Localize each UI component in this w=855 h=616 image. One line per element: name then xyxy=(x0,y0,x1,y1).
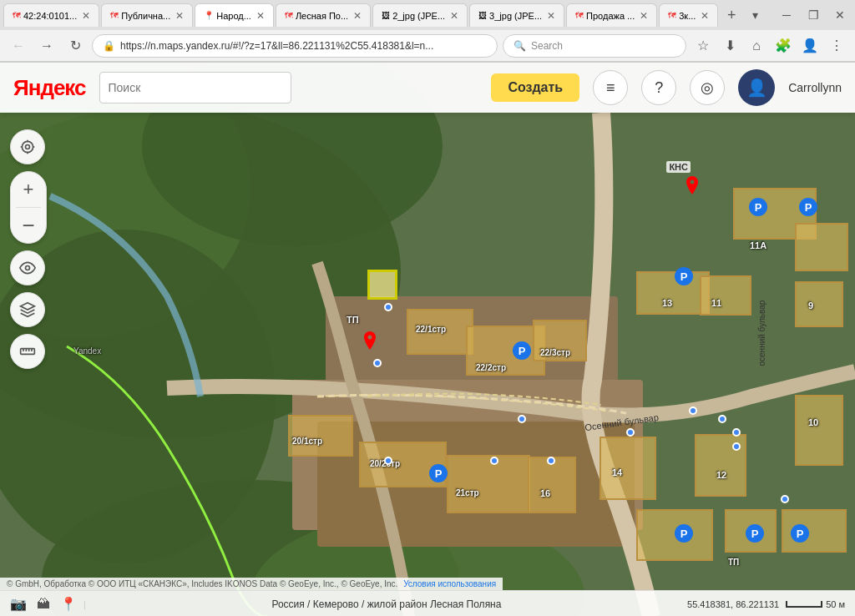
profile-button[interactable]: 👤 xyxy=(798,34,822,58)
map-bottom-bar: 📷 🏔 📍 | Россия / Кемерово / жилой район … xyxy=(0,590,855,616)
location-pin-icon[interactable]: 📍 xyxy=(60,596,77,612)
map-pin-1[interactable] xyxy=(362,331,377,353)
extensions-button[interactable]: 🧩 xyxy=(772,34,795,58)
building-20-1[interactable] xyxy=(288,415,353,457)
zoom-out-button[interactable]: − xyxy=(11,208,46,243)
parking-8[interactable]: P xyxy=(675,524,693,543)
download-button[interactable]: ⬇ xyxy=(718,34,741,58)
tab-close-6[interactable]: ✕ xyxy=(547,10,555,22)
parking-1[interactable]: P xyxy=(429,464,448,482)
menu-button[interactable]: ⋮ xyxy=(825,34,848,58)
parking-2[interactable]: P xyxy=(513,341,531,360)
minimize-button[interactable]: ─ xyxy=(775,3,798,27)
yandex-settings-button[interactable]: ◎ xyxy=(690,70,725,105)
tab-6[interactable]: 🖼 3_jpg (JPE... ✕ xyxy=(469,3,564,27)
svg-marker-13 xyxy=(21,303,35,310)
svg-point-12 xyxy=(26,266,30,270)
tab-close-1[interactable]: ✕ xyxy=(82,10,90,22)
tab-close-5[interactable]: ✕ xyxy=(450,10,458,22)
blue-dot-1 xyxy=(384,303,392,311)
map-copyright: © GmbH, Обработка © ООО ИТЦ «СКАНЭКС», I… xyxy=(0,578,503,590)
ruler-button[interactable] xyxy=(10,334,45,369)
blue-dot-9 xyxy=(718,415,726,423)
close-button[interactable]: ✕ xyxy=(828,3,852,27)
zoom-controls: + − xyxy=(10,171,47,244)
building-13[interactable] xyxy=(636,271,710,315)
parking-3[interactable]: P xyxy=(749,198,767,216)
building-14[interactable] xyxy=(600,437,656,500)
tab-2[interactable]: 🗺 Публична... ✕ xyxy=(101,3,193,27)
separator: | xyxy=(83,599,86,609)
location-text: Россия / Кемерово / жилой район Лесная П… xyxy=(93,598,680,610)
parking-6[interactable]: P xyxy=(746,524,764,543)
building-22-3[interactable] xyxy=(533,320,587,361)
reload-button[interactable]: ↻ xyxy=(63,34,87,58)
tab-4[interactable]: 🗺 Лесная По... ✕ xyxy=(276,3,371,27)
layers-button[interactable] xyxy=(10,292,45,327)
building-10[interactable] xyxy=(795,281,843,327)
blue-dot-7 xyxy=(518,415,526,423)
toolbar-icons: ☆ ⬇ ⌂ 🧩 👤 ⋮ xyxy=(691,34,848,58)
copyright-text: © GmbH, Обработка © ООО ИТЦ «СКАНЭКС», I… xyxy=(7,579,397,588)
scale-bar xyxy=(786,601,822,608)
map-container[interactable]: P P P P P P P P ТП 22/1стр 22/2стр 22/3с… xyxy=(0,63,855,616)
coords-text: 55.418381, 86.221131 xyxy=(687,599,779,609)
url-text: https://n.maps.yandex.ru/#!/?z=17&ll=86.… xyxy=(120,40,487,52)
tab-5[interactable]: 🖼 2_jpg (JPE... ✕ xyxy=(372,3,468,27)
svg-point-10 xyxy=(26,145,30,149)
forward-button[interactable]: → xyxy=(35,34,58,58)
address-bar[interactable]: 🔒 https://n.maps.yandex.ru/#!/?z=17&ll=8… xyxy=(92,34,498,58)
building-selected[interactable] xyxy=(367,270,397,300)
tab-close-7[interactable]: ✕ xyxy=(640,10,648,22)
terrain-icon[interactable]: 🏔 xyxy=(37,597,50,612)
parking-4[interactable]: P xyxy=(799,198,817,216)
tab-close-8[interactable]: ✕ xyxy=(701,10,709,22)
parking-7[interactable]: P xyxy=(791,524,809,543)
browser-search-bar[interactable]: 🔍 Search xyxy=(503,34,686,58)
terms-link[interactable]: Условия использования xyxy=(403,579,496,588)
bookmarks-button[interactable]: ☆ xyxy=(691,34,715,58)
tab-close-3[interactable]: ✕ xyxy=(256,10,265,22)
building-16[interactable] xyxy=(528,457,576,513)
blue-dot-8 xyxy=(689,406,697,415)
svg-point-11 xyxy=(22,141,33,152)
blue-dot-6 xyxy=(626,428,635,437)
yandex-menu-button[interactable]: ≡ xyxy=(593,70,628,105)
new-tab-button[interactable]: + xyxy=(720,3,743,27)
user-name[interactable]: Carrollynn xyxy=(788,81,842,94)
tab-list-button[interactable]: ▾ xyxy=(745,5,765,25)
lock-icon: 🔒 xyxy=(103,40,115,52)
restore-button[interactable]: ❐ xyxy=(802,3,825,27)
tab-close-4[interactable]: ✕ xyxy=(353,10,362,22)
building-21[interactable] xyxy=(447,455,530,513)
building-22-1[interactable] xyxy=(407,309,473,355)
building-10b[interactable] xyxy=(795,395,843,466)
browser-tabs: 🗺 42:24:0101... ✕ 🗺 Публична... ✕ 📍 Наро… xyxy=(0,0,855,30)
camera-icon[interactable]: 📷 xyxy=(10,596,27,612)
svg-rect-14 xyxy=(21,349,35,355)
home-button[interactable]: ⌂ xyxy=(745,34,768,58)
back-button[interactable]: ← xyxy=(7,34,30,58)
tab-1[interactable]: 🗺 42:24:0101... ✕ xyxy=(3,3,99,27)
building-11[interactable] xyxy=(700,275,751,316)
user-avatar[interactable]: 👤 xyxy=(738,69,775,106)
blue-dot-3 xyxy=(384,457,392,465)
parking-5[interactable]: P xyxy=(675,267,693,285)
map-pin-2[interactable] xyxy=(685,176,700,198)
bottom-icons: 📷 🏔 📍 xyxy=(10,596,77,612)
zoom-in-button[interactable]: + xyxy=(11,172,46,207)
kns-label: КНС xyxy=(666,161,691,173)
yandex-help-button[interactable]: ? xyxy=(641,70,676,105)
building-9[interactable] xyxy=(795,223,848,271)
eye-button[interactable] xyxy=(10,250,45,285)
tab-3-active[interactable]: 📍 Народ... ✕ xyxy=(195,3,274,27)
yandex-search-box[interactable] xyxy=(99,72,291,104)
location-button[interactable] xyxy=(10,129,45,164)
tab-8[interactable]: 🗺 3к... ✕ xyxy=(659,3,718,27)
yandex-create-button[interactable]: Создать xyxy=(491,73,579,102)
tab-close-2[interactable]: ✕ xyxy=(175,10,184,22)
yandex-search-input[interactable] xyxy=(109,81,282,94)
tab-7[interactable]: 🗺 Продажа ... ✕ xyxy=(566,3,657,27)
map-left-controls: + − xyxy=(10,129,47,369)
blue-dot-4 xyxy=(490,457,498,465)
